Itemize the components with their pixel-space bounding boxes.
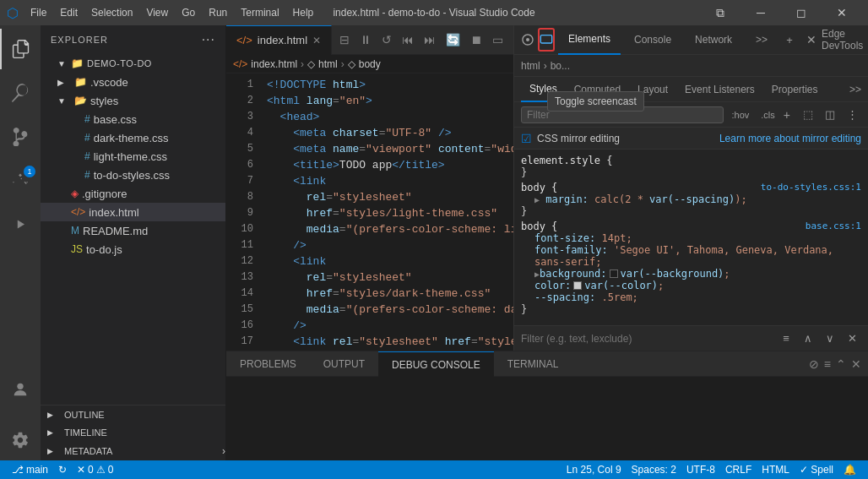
encoding-item[interactable]: UTF-8 bbox=[681, 464, 720, 476]
devtools-tab-more[interactable]: >> bbox=[746, 25, 778, 55]
error-item[interactable]: ✕ 0 ⚠ 0 bbox=[72, 464, 118, 476]
devtools-close-button[interactable]: ✕ bbox=[806, 33, 816, 46]
filter-close-icon[interactable]: ✕ bbox=[843, 329, 861, 348]
cursor-position-item[interactable]: Ln 25, Col 9 bbox=[561, 464, 627, 476]
panel-close-icon[interactable]: ✕ bbox=[851, 357, 861, 371]
style-source-link[interactable]: base.css:1 bbox=[806, 220, 861, 231]
step-fwd-icon[interactable]: ⏭ bbox=[420, 31, 439, 48]
devtools-body-crumb[interactable]: bo... bbox=[551, 60, 570, 72]
cls-button[interactable]: .cls bbox=[757, 108, 778, 122]
color-swatch[interactable] bbox=[573, 281, 582, 290]
spell-item[interactable]: ✓ Spell bbox=[795, 464, 838, 476]
code-editor[interactable]: 12345 678910 1112131415 16171819 <!DOCTY… bbox=[226, 73, 513, 351]
extensions-icon[interactable]: 1 bbox=[0, 161, 41, 201]
filter-down-icon[interactable]: ∨ bbox=[821, 329, 839, 348]
menu-help[interactable]: Help bbox=[288, 5, 319, 20]
menu-edit[interactable]: Edit bbox=[55, 5, 83, 20]
menu-terminal[interactable]: Terminal bbox=[236, 5, 284, 20]
menu-selection[interactable]: Selection bbox=[86, 5, 138, 20]
tree-item-readme[interactable]: M README.md bbox=[41, 221, 225, 240]
element-state-icon[interactable]: ◫ bbox=[821, 106, 839, 124]
menu-file[interactable]: File bbox=[25, 5, 52, 20]
panel-expand-icon[interactable]: ⌃ bbox=[836, 357, 846, 371]
new-style-rule-icon[interactable]: ⬚ bbox=[799, 106, 817, 124]
tab-debug-console[interactable]: DEBUG CONSOLE bbox=[378, 351, 494, 377]
explorer-icon[interactable] bbox=[0, 29, 41, 69]
devtools-screencast-icon[interactable] bbox=[538, 28, 555, 52]
devtools-html-crumb[interactable]: html bbox=[521, 60, 540, 72]
source-control-icon[interactable] bbox=[0, 117, 41, 157]
menu-go[interactable]: Go bbox=[176, 5, 200, 20]
tab-output[interactable]: OUTPUT bbox=[310, 351, 378, 377]
devtools-filter-input[interactable] bbox=[521, 333, 777, 345]
restart-icon[interactable]: 🔄 bbox=[442, 31, 464, 48]
minimize-button[interactable]: ─ bbox=[741, 0, 780, 25]
expand-calc-icon[interactable]: ▶ bbox=[534, 195, 540, 204]
search-icon[interactable] bbox=[0, 73, 41, 113]
outline-section[interactable]: ▶ OUTLINE bbox=[41, 405, 225, 423]
tree-item-base-css[interactable]: # base.css bbox=[41, 110, 225, 128]
devtools-panel: Toggle screencast Elements Console Netwo… bbox=[513, 25, 868, 351]
tree-root-folder[interactable]: ▼ 📁 DEMO-TO-DO bbox=[41, 54, 225, 73]
menu-view[interactable]: View bbox=[141, 5, 173, 20]
tab-terminal[interactable]: TERMINAL bbox=[494, 351, 572, 377]
style-source-link[interactable]: to-do-styles.css:1 bbox=[761, 182, 861, 193]
css-mirror-checkbox[interactable]: ☑ bbox=[521, 132, 532, 145]
tab-event-listeners[interactable]: Event Listeners bbox=[676, 77, 763, 102]
breadcrumb-file[interactable]: index.html bbox=[251, 58, 297, 70]
hov-button[interactable]: :hov bbox=[729, 108, 753, 122]
settings-icon[interactable] bbox=[0, 420, 41, 460]
notifications-item[interactable]: 🔔 bbox=[838, 464, 861, 476]
menu-run[interactable]: Run bbox=[203, 5, 232, 20]
code-content[interactable]: <!DOCTYPE html> <html lang="en"> <head> … bbox=[260, 73, 513, 351]
add-style-rule-button[interactable]: + bbox=[784, 108, 790, 122]
tab-index-html[interactable]: </> index.html ✕ bbox=[226, 25, 332, 55]
sync-item[interactable]: ↻ bbox=[53, 464, 72, 476]
css-mirror-link[interactable]: Learn more about mirror editing bbox=[719, 133, 861, 144]
tab-close-button[interactable]: ✕ bbox=[312, 35, 321, 46]
close-button[interactable]: ✕ bbox=[822, 0, 861, 25]
split-editor-icon[interactable]: ⊟ bbox=[336, 31, 353, 48]
devtools-inspect-icon[interactable] bbox=[521, 28, 534, 52]
devtools-tab-console[interactable]: Console bbox=[624, 25, 681, 55]
git-branch-item[interactable]: ⎇ main bbox=[7, 464, 53, 476]
accounts-icon[interactable] bbox=[0, 369, 41, 410]
language-item[interactable]: HTML bbox=[757, 464, 795, 476]
timeline-section[interactable]: ▶ TIMELINE bbox=[41, 423, 225, 442]
tree-item-dark-theme[interactable]: # dark-theme.css bbox=[41, 128, 225, 147]
tree-item-gitignore[interactable]: ◈ .gitignore bbox=[41, 184, 225, 203]
tree-item-styles[interactable]: ▼ 📂 styles bbox=[41, 91, 225, 110]
devtools-add-tab-icon[interactable]: + bbox=[781, 28, 798, 52]
filter-up-icon[interactable]: ∧ bbox=[799, 329, 817, 348]
breadcrumb-body[interactable]: body bbox=[359, 58, 381, 70]
more-options-icon[interactable]: ⋮ bbox=[843, 106, 861, 124]
tilegroup-button[interactable]: ⧉ bbox=[701, 0, 740, 25]
screencast-icon[interactable]: ▭ bbox=[489, 31, 507, 48]
tree-item-vscode[interactable]: ▶ 📁 .vscode bbox=[41, 73, 225, 91]
pause-icon[interactable]: ⏸ bbox=[356, 31, 375, 48]
metadata-section[interactable]: ▶ METADATA › bbox=[41, 442, 225, 460]
sidebar-more-button[interactable]: ··· bbox=[202, 32, 215, 47]
devtools-more-tabs-icon[interactable]: >> bbox=[849, 84, 861, 95]
tab-properties[interactable]: Properties bbox=[763, 77, 827, 102]
tree-item-light-theme[interactable]: # light-theme.css bbox=[41, 147, 225, 166]
run-debug-icon[interactable] bbox=[0, 204, 41, 245]
devtools-tab-elements[interactable]: Elements bbox=[558, 25, 621, 55]
stop-icon[interactable]: ⏹ bbox=[467, 31, 486, 48]
eol-item[interactable]: CRLF bbox=[720, 464, 757, 476]
tree-item-index-html[interactable]: </> index.html bbox=[41, 203, 225, 221]
restore-button[interactable]: ◻ bbox=[782, 0, 821, 25]
background-color-swatch[interactable] bbox=[610, 269, 618, 278]
panel-filter-icon[interactable]: ≡ bbox=[824, 357, 831, 371]
devtools-tab-network[interactable]: Network bbox=[685, 25, 742, 55]
breadcrumb-html[interactable]: html bbox=[318, 58, 338, 70]
step-back-icon[interactable]: ⏮ bbox=[399, 31, 417, 48]
tab-problems[interactable]: PROBLEMS bbox=[226, 351, 310, 377]
tree-item-todo-styles[interactable]: # to-do-styles.css bbox=[41, 166, 225, 184]
tree-item-todo-js[interactable]: JS to-do.js bbox=[41, 240, 225, 259]
refresh-icon[interactable]: ↺ bbox=[378, 31, 395, 48]
filter-toggle-icon[interactable]: ≡ bbox=[777, 329, 795, 348]
expand-icon[interactable]: › bbox=[222, 445, 225, 457]
indentation-item[interactable]: Spaces: 2 bbox=[627, 464, 681, 476]
panel-clear-icon[interactable]: ⊘ bbox=[809, 357, 819, 371]
